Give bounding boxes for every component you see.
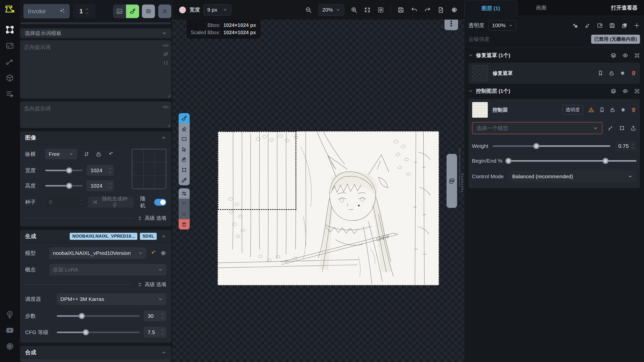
begin-end-slider[interactable] bbox=[507, 158, 636, 164]
cfg-slider[interactable] bbox=[57, 329, 140, 335]
model-select[interactable]: noobaiXLNAIXL_vPred10Version bbox=[49, 247, 146, 259]
canvas-settings-button[interactable] bbox=[451, 7, 458, 13]
crop-to-bbox-button[interactable] bbox=[597, 22, 603, 29]
layer-opacity-chip[interactable]: 透明度 bbox=[562, 105, 583, 115]
width-steppers[interactable] bbox=[109, 167, 112, 173]
menu-button[interactable] bbox=[142, 5, 155, 18]
randomize-seed-button[interactable]: 随机生成种子 bbox=[88, 197, 134, 208]
move-tool-button[interactable] bbox=[179, 144, 190, 154]
fit-bbox-button[interactable] bbox=[377, 7, 384, 13]
seed-input[interactable]: 0 bbox=[45, 197, 85, 208]
group-isolate-button[interactable] bbox=[634, 53, 640, 58]
brush-color-swatch[interactable] bbox=[179, 7, 186, 13]
weight-steppers[interactable] bbox=[631, 143, 634, 149]
canvas-scrollbar[interactable] bbox=[459, 148, 460, 188]
weight-slider[interactable] bbox=[493, 143, 610, 149]
tab-layers[interactable]: 图层 (1) bbox=[464, 0, 517, 16]
panel-resize-handle[interactable] bbox=[461, 173, 463, 192]
new-session-button[interactable] bbox=[437, 7, 444, 13]
height-steppers[interactable] bbox=[109, 183, 112, 189]
height-slider[interactable] bbox=[45, 183, 83, 189]
end-handle[interactable] bbox=[602, 158, 609, 164]
code-icon[interactable]: </> bbox=[163, 43, 169, 48]
begin-handle[interactable] bbox=[505, 158, 511, 164]
redo-button[interactable] bbox=[424, 7, 431, 13]
optimize-size-icon[interactable] bbox=[108, 151, 114, 157]
control-layer-card[interactable]: 控制层 透明度 选择一个模型 bbox=[468, 99, 640, 188]
default-settings-icon[interactable] bbox=[608, 125, 614, 131]
inpaint-mask-layer-row[interactable]: 修复遮罩 bbox=[468, 63, 640, 84]
group-blend-button[interactable] bbox=[611, 53, 616, 58]
rail-support-button[interactable] bbox=[5, 309, 15, 319]
canvas-mode-button[interactable] bbox=[126, 5, 139, 18]
compositing-card-header[interactable]: 合成 bbox=[20, 346, 171, 359]
height-input[interactable]: 1024 bbox=[87, 180, 114, 191]
delete-layer-button[interactable] bbox=[179, 219, 190, 230]
group-visibility-button[interactable] bbox=[622, 88, 628, 94]
paperclip-icon[interactable] bbox=[163, 52, 168, 57]
rail-settings-button[interactable] bbox=[5, 341, 15, 351]
cfg-steppers[interactable] bbox=[161, 329, 164, 335]
save-layer-button[interactable] bbox=[609, 22, 615, 29]
control-layers-group-header[interactable]: 控制图层 (1个) bbox=[468, 84, 640, 98]
brush-tool-button[interactable] bbox=[179, 113, 190, 123]
scheduler-select[interactable]: DPM++ 3M Karras bbox=[57, 293, 166, 305]
duplicate-layer-button[interactable] bbox=[621, 22, 628, 29]
fit-to-screen-button[interactable] bbox=[364, 7, 371, 13]
eyedropper-tool-button[interactable] bbox=[179, 175, 190, 185]
inpaint-mask-group-header[interactable]: 修复遮罩 (1个) bbox=[468, 48, 640, 63]
pan-tool-button[interactable] bbox=[179, 154, 190, 165]
merge-layers-button[interactable] bbox=[572, 22, 578, 29]
cancel-button[interactable] bbox=[179, 209, 190, 219]
zoom-in-button[interactable] bbox=[351, 7, 357, 13]
gallery-panel-toggle[interactable] bbox=[447, 154, 457, 208]
generation-advanced-toggle[interactable]: 高级 选项 bbox=[138, 281, 166, 288]
width-input[interactable]: 1024 bbox=[87, 165, 114, 176]
lora-select[interactable]: 添加 LoRA bbox=[49, 264, 166, 276]
brush-width-select[interactable]: 9 px bbox=[204, 4, 231, 16]
invoke-button[interactable]: Invoke bbox=[23, 4, 70, 18]
prompt-template-select[interactable]: 选择提示词模板 bbox=[20, 28, 171, 38]
model-sparkle-icon[interactable] bbox=[150, 250, 156, 256]
bbox-tool-button[interactable] bbox=[179, 165, 190, 175]
iterations-stepper[interactable]: 1 bbox=[73, 4, 95, 18]
open-viewer-button[interactable]: 打开查看器 bbox=[611, 0, 644, 16]
rail-workflows-tab[interactable] bbox=[5, 57, 15, 67]
weight-input[interactable]: 0.75 bbox=[615, 141, 636, 151]
rect-tool-button[interactable] bbox=[179, 134, 190, 144]
eraser-tool-button[interactable] bbox=[179, 123, 190, 134]
process-button[interactable] bbox=[179, 199, 190, 209]
group-blend-button[interactable] bbox=[611, 88, 616, 94]
viewer-mode-button[interactable] bbox=[113, 5, 126, 18]
undo-button[interactable] bbox=[411, 7, 418, 13]
lock-icon[interactable] bbox=[609, 70, 614, 76]
image-card-header[interactable]: 图像 bbox=[20, 131, 171, 144]
resize-handle[interactable] bbox=[167, 94, 170, 98]
fit-bbox-icon[interactable] bbox=[619, 125, 625, 131]
canvas-stage[interactable]: 宽度 9 px 20% bbox=[173, 0, 464, 362]
control-mode-select[interactable]: Balanced (recommended) bbox=[508, 170, 636, 182]
iterations-arrows[interactable] bbox=[85, 8, 89, 14]
image-advanced-toggle[interactable]: 高级 选项 bbox=[138, 215, 166, 221]
enhance-button[interactable] bbox=[584, 22, 591, 29]
rail-upscaling-tab[interactable] bbox=[5, 41, 15, 51]
group-isolate-button[interactable] bbox=[634, 88, 640, 94]
group-visibility-button[interactable] bbox=[622, 53, 628, 58]
swap-dimensions-icon[interactable] bbox=[84, 151, 90, 157]
zoom-out-button[interactable] bbox=[305, 7, 312, 13]
bookmark-icon[interactable] bbox=[598, 70, 603, 76]
filter-tool-button[interactable] bbox=[179, 188, 190, 199]
generation-card-header[interactable]: 生成 NOOBAIXLNAIXL_VPRED10... SDXL bbox=[20, 230, 171, 243]
braces-icon[interactable]: { } bbox=[164, 60, 168, 65]
trash-icon[interactable] bbox=[631, 70, 636, 76]
add-layer-button[interactable] bbox=[634, 22, 640, 29]
canvas-artwork[interactable] bbox=[218, 131, 439, 285]
code-icon[interactable]: </> bbox=[163, 105, 169, 110]
random-seed-toggle[interactable] bbox=[154, 199, 166, 206]
trash-icon[interactable] bbox=[631, 107, 636, 113]
seed-steppers[interactable] bbox=[80, 199, 83, 205]
steps-slider[interactable] bbox=[57, 313, 140, 319]
negative-prompt-input[interactable]: 负向提示词 </> bbox=[20, 102, 171, 128]
lock-aspect-icon[interactable] bbox=[96, 151, 102, 157]
aspect-select[interactable]: Free bbox=[45, 149, 77, 159]
